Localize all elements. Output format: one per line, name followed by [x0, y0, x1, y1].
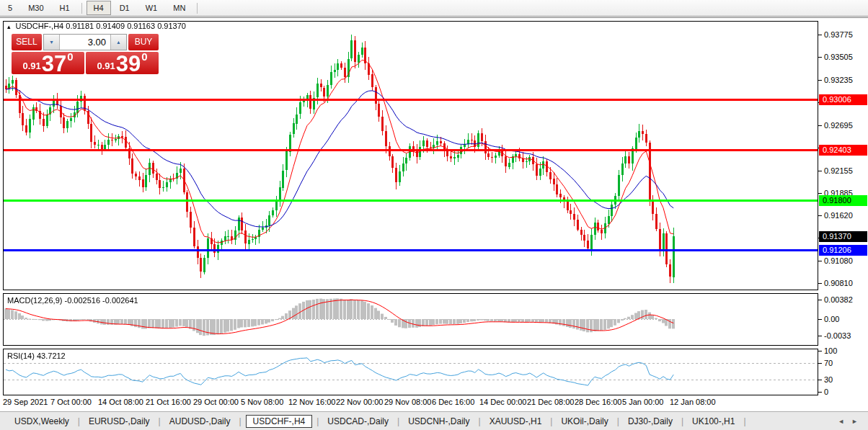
- axis-tick-mark: [818, 363, 822, 364]
- sell-price-superscript: 0: [67, 52, 73, 62]
- axis-tick-mark: [818, 80, 822, 81]
- time-tick-label: 29 Oct 00:00: [193, 398, 239, 406]
- time-tick-label: 29 Sep 2021: [3, 398, 48, 406]
- tabs-scroll-right-icon[interactable]: ►: [851, 418, 858, 425]
- hline-price-badge: 0.92403: [819, 145, 867, 156]
- macd-tick-label: -0.0033: [824, 331, 851, 341]
- time-tick-label: 14 Dec 00:00: [479, 398, 526, 406]
- price-axis: 0.937750.935050.932350.929650.926950.924…: [818, 18, 868, 412]
- time-axis: 29 Sep 20217 Oct 00:0014 Oct 08:0021 Oct…: [3, 398, 818, 409]
- tab-separator: |: [239, 416, 241, 426]
- macd-label: MACD(12,26,9): [7, 296, 62, 305]
- timeframe-button-m30[interactable]: M30: [21, 1, 50, 15]
- axis-tick-mark: [818, 171, 822, 171]
- chart-ohlc-title: ▴ USDCHF-,H4 0.91181 0.91409 0.91163 0.9…: [7, 22, 186, 30]
- timeframe-button-h1[interactable]: H1: [53, 1, 77, 15]
- volume-decrease-button[interactable]: ▼: [44, 35, 60, 50]
- tab-separator: |: [681, 416, 683, 426]
- toolbar-separator: [197, 3, 198, 14]
- time-tick-label: 21 Dec 08:00: [527, 398, 574, 406]
- chart-window: ▴ USDCHF-,H4 0.91181 0.91409 0.91163 0.9…: [0, 17, 868, 411]
- time-tick-label: 22 Nov 00:00: [336, 398, 383, 406]
- tab-separator: |: [479, 416, 481, 426]
- chart-symbol: USDCHF-,H4: [16, 22, 64, 30]
- chart-tab-usdcnh-daily[interactable]: USDCNH-,Daily: [404, 415, 474, 428]
- chart-tab-usdcad-daily[interactable]: USDCAD-,Daily: [323, 415, 393, 428]
- sell-price-button[interactable]: 0.91 37 0: [12, 52, 84, 74]
- toolbar-separator: [81, 3, 82, 14]
- axis-tick-mark: [818, 300, 822, 300]
- axis-tick-mark: [818, 215, 822, 216]
- price-tick-label: 0.93505: [824, 52, 853, 62]
- tab-separator: |: [78, 416, 80, 426]
- horizontal-level-line[interactable]: [4, 149, 818, 151]
- ohlc-open: 0.91181: [66, 22, 94, 30]
- chart-tab-uk100-h1[interactable]: UK100-,H1: [688, 415, 739, 428]
- buy-price-superscript: 0: [141, 52, 147, 62]
- rsi-value: 43.7212: [37, 351, 66, 360]
- rsi-label: RSI(14): [7, 351, 35, 360]
- hline-price-badge: 0.93006: [819, 94, 867, 105]
- timeframe-toolbar: 5M30H1H4D1W1MN: [0, 0, 868, 17]
- rsi-indicator-plot: RSI(14) 43.7212: [3, 349, 818, 395]
- axis-tick-mark: [818, 380, 822, 380]
- macd-indicator-plot: MACD(12,26,9) -0.002516 -0.002641: [3, 293, 818, 346]
- timeframe-button-h4[interactable]: H4: [87, 1, 111, 15]
- axis-tick-mark: [818, 336, 822, 336]
- tab-separator: |: [550, 416, 552, 426]
- chart-tab-usdx-weekly[interactable]: USDX,Weekly: [10, 415, 74, 428]
- volume-input[interactable]: [60, 35, 110, 50]
- price-tick-label: 0.93775: [824, 30, 853, 40]
- buy-price-button[interactable]: 0.91 39 0: [86, 52, 159, 74]
- axis-tick-mark: [818, 35, 822, 35]
- chart-tab-bar: USDX,Weekly|EURUSD-,Daily|AUDUSD-,Daily|…: [0, 411, 868, 430]
- axis-tick-mark: [818, 351, 822, 351]
- collapse-arrow-icon[interactable]: ▴: [7, 23, 11, 30]
- current-price-badge: 0.91370: [819, 231, 867, 242]
- chart-tab-ukoil-daily[interactable]: UKOil-,Daily: [557, 415, 612, 428]
- price-tick-label: 0.91620: [824, 210, 853, 220]
- horizontal-level-line[interactable]: [4, 200, 818, 202]
- rsi-chart-canvas: [4, 349, 818, 395]
- axis-tick-mark: [818, 319, 822, 320]
- ohlc-low: 0.91163: [127, 22, 155, 30]
- rsi-tick-label: 0: [824, 387, 828, 397]
- tab-separator: |: [159, 416, 161, 426]
- tabs-scroll-left-icon[interactable]: ◄: [838, 418, 844, 425]
- one-click-trade-panel: SELL ▼ ▲ BUY 0.91 37 0 0.91 39 0: [12, 34, 159, 74]
- sell-price-prefix: 0.91: [22, 61, 40, 74]
- chart-tab-eurusd-daily[interactable]: EURUSD-,Daily: [84, 415, 154, 428]
- time-tick-label: 7 Oct 00:00: [50, 398, 92, 406]
- chart-tab-audusd-daily[interactable]: AUDUSD-,Daily: [165, 415, 235, 428]
- hline-price-badge: 0.91800: [819, 195, 867, 206]
- chart-tab-dj30-daily[interactable]: DJ30-,Daily: [624, 415, 677, 428]
- horizontal-level-line[interactable]: [4, 249, 818, 251]
- timeframe-button-w1[interactable]: W1: [138, 1, 165, 15]
- rsi-tick-label: 30: [824, 375, 833, 385]
- chart-tab-xauusd-h1[interactable]: XAUUSD-,H1: [485, 415, 546, 428]
- axis-tick-mark: [818, 283, 822, 284]
- sell-button[interactable]: SELL: [12, 34, 42, 50]
- macd-tick-label: 0.00: [824, 314, 839, 324]
- price-tick-label: 0.93235: [824, 75, 853, 85]
- timeframe-button-mn[interactable]: MN: [166, 1, 192, 15]
- buy-price-big-digits: 39: [116, 53, 141, 74]
- axis-tick-mark: [818, 125, 822, 126]
- price-tick-label: 0.92155: [824, 166, 853, 176]
- time-tick-label: 12 Jan 08:00: [670, 398, 716, 406]
- time-tick-label: 14 Oct 08:00: [98, 398, 143, 406]
- price-tick-label: 0.91080: [824, 256, 853, 266]
- time-tick-label: 6 Dec 16:00: [432, 398, 474, 406]
- horizontal-level-line[interactable]: [4, 99, 818, 101]
- time-tick-label: 29 Nov 08:00: [384, 398, 431, 406]
- buy-button[interactable]: BUY: [128, 34, 159, 50]
- time-tick-label: 21 Oct 16:00: [146, 398, 191, 406]
- time-tick-label: 5 Nov 08:00: [241, 398, 283, 406]
- axis-tick-mark: [818, 57, 822, 58]
- timeframe-button-d1[interactable]: D1: [112, 1, 137, 15]
- chart-tab-usdchf-h4[interactable]: USDCHF-,H4: [246, 415, 313, 428]
- price-tick-label: 0.92695: [824, 120, 853, 130]
- timeframe-button-5[interactable]: 5: [1, 1, 19, 15]
- volume-increase-button[interactable]: ▲: [110, 35, 126, 50]
- rsi-tick-label: 70: [824, 358, 833, 368]
